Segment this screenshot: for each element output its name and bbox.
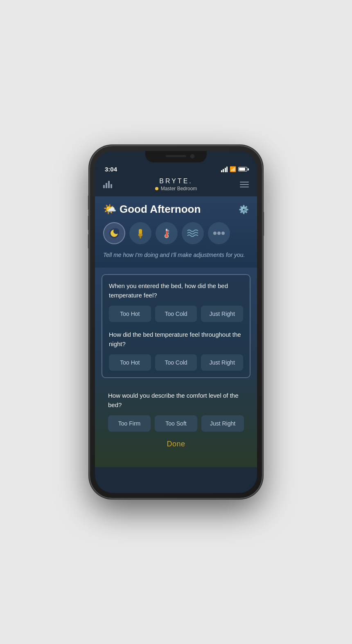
settings-gear-icon[interactable]: ⚙️ <box>239 205 249 214</box>
temperature-question-card: When you entered the bed, how did the be… <box>102 274 250 378</box>
camera <box>190 154 194 158</box>
location-text: Master Bedroom <box>161 186 197 191</box>
q1-just-right-button[interactable]: Just Right <box>201 306 243 322</box>
brand-name: BRYTE. <box>112 178 240 185</box>
main-content: 🌤️ Good Afternoon ⚙️ <box>95 196 257 489</box>
header-title: BRYTE. Master Bedroom <box>112 178 240 191</box>
stats-icon[interactable] <box>103 181 112 188</box>
dots-icon <box>213 231 225 236</box>
thermometer-icon <box>161 227 172 239</box>
flashlight-icon <box>135 227 146 239</box>
svg-point-15 <box>221 232 225 235</box>
greeting-subtitle: Tell me how I'm doing and I'll make adju… <box>103 251 249 259</box>
q1-too-cold-button[interactable]: Too Cold <box>155 306 197 322</box>
questions-area: When you entered the bed, how did the be… <box>95 268 257 467</box>
greeting-row: 🌤️ Good Afternoon ⚙️ <box>103 203 249 216</box>
phone-frame: 3:04 📶 <box>90 146 262 498</box>
sleep-mode-icon[interactable] <box>103 222 125 244</box>
greeting-text: 🌤️ Good Afternoon <box>103 203 201 216</box>
q3-too-soft-button[interactable]: Too Soft <box>155 415 197 432</box>
moon-sun-icon <box>108 227 121 240</box>
q2-too-hot-button[interactable]: Too Hot <box>109 354 151 371</box>
question3-text: How would you describe the comfort level… <box>108 391 244 410</box>
menu-icon[interactable] <box>240 182 249 187</box>
q3-just-right-button[interactable]: Just Right <box>201 415 244 432</box>
status-icons: 📶 <box>221 166 248 172</box>
signal-icon <box>221 167 228 172</box>
q2-too-cold-button[interactable]: Too Cold <box>155 354 197 371</box>
svg-rect-4 <box>138 234 142 236</box>
header-nav: BRYTE. Master Bedroom <box>95 176 257 196</box>
svg-point-9 <box>165 235 168 238</box>
sun-icon: 🌤️ <box>103 203 116 216</box>
speaker <box>166 155 186 157</box>
question3-answers: Too Firm Too Soft Just Right <box>108 415 244 432</box>
notch <box>145 151 207 162</box>
battery-icon <box>238 167 247 171</box>
svg-point-2 <box>113 228 119 234</box>
question2-answers: Too Hot Too Cold Just Right <box>109 354 243 371</box>
light-icon[interactable] <box>129 222 151 244</box>
q1-too-hot-button[interactable]: Too Hot <box>109 306 151 322</box>
done-section: Done <box>102 432 250 461</box>
comfort-section: How would you describe the comfort level… <box>102 385 250 432</box>
svg-marker-5 <box>139 236 142 239</box>
quick-action-icons <box>103 222 249 244</box>
waves-icon <box>187 228 199 238</box>
q2-just-right-button[interactable]: Just Right <box>201 354 243 371</box>
svg-point-14 <box>217 232 221 235</box>
greeting-banner: 🌤️ Good Afternoon ⚙️ <box>95 196 257 268</box>
location-dot <box>155 187 158 190</box>
greeting-label: Good Afternoon <box>120 203 201 216</box>
svg-rect-3 <box>139 229 142 234</box>
wifi-icon: 📶 <box>230 166 236 172</box>
question2-text: How did the bed temperature feel through… <box>109 330 243 349</box>
question1-answers: Too Hot Too Cold Just Right <box>109 306 243 322</box>
q3-too-firm-button[interactable]: Too Firm <box>108 415 151 432</box>
phone-screen: 3:04 📶 <box>95 151 257 493</box>
done-button[interactable]: Done <box>167 440 185 448</box>
temperature-icon[interactable] <box>156 222 178 244</box>
status-time: 3:04 <box>105 166 117 173</box>
svg-point-13 <box>213 232 217 235</box>
svg-rect-8 <box>166 231 167 235</box>
question1-text: When you entered the bed, how did the be… <box>109 281 243 300</box>
location-subtitle: Master Bedroom <box>112 186 240 191</box>
wave-icon[interactable] <box>182 222 204 244</box>
more-options-icon[interactable] <box>208 222 230 244</box>
